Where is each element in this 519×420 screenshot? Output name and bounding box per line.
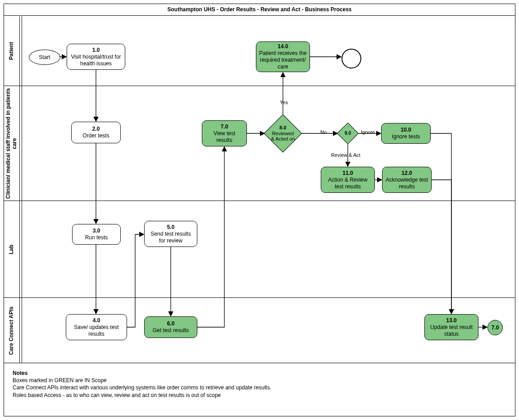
lane-label-text: Care Connect APIs xyxy=(8,306,14,355)
lane-label-clinician: Clinician/ medical staff involved in pat… xyxy=(4,86,19,201)
node-number: 10.0 xyxy=(401,127,411,133)
lane-label-api: Care Connect APIs xyxy=(4,298,19,363)
node-6: 6.0 Get test results xyxy=(144,316,197,338)
edge-label-ignore: Ignore xyxy=(360,129,375,135)
lane-label-text: Clinician/ medical staff involved in pat… xyxy=(5,86,18,201)
node-number: 3.0 xyxy=(93,228,100,234)
node-label: View test results xyxy=(205,130,244,144)
node-label: Reviewed & Acted on xyxy=(270,131,296,142)
node-1: 1.0 Visit hospital/trust for health issu… xyxy=(67,44,125,70)
end-node xyxy=(341,49,361,68)
node-label: Update test result status xyxy=(428,324,475,338)
start-label: Start xyxy=(39,54,50,60)
notes-line: Care Connect APIs interact with various … xyxy=(13,384,505,391)
notes-line: Boxes marked in GREEN are IN Scope xyxy=(13,377,505,384)
node-number: 2.0 xyxy=(92,126,100,132)
swimlane-diagram: Southampton UHS - Order Results - Review… xyxy=(0,0,519,420)
node-number: 4.0 xyxy=(93,317,100,324)
node-number: 7.0 xyxy=(221,123,228,130)
node-number: 8.0 xyxy=(279,125,286,131)
node-11: 11.0 Action & Review test results xyxy=(321,167,375,193)
node-label: Run tests xyxy=(85,234,108,241)
node-7-ref: 7.0 xyxy=(487,320,503,335)
lane-label-text: Patient xyxy=(8,42,14,60)
column-divider xyxy=(22,16,22,363)
node-label: Visit hospital/trust for health issues xyxy=(70,54,122,67)
decision-content: 8.0 Reviewed & Acted on xyxy=(270,120,296,146)
edge-label-review-act: Review & Act xyxy=(331,152,361,158)
node-number: 13.0 xyxy=(446,317,456,324)
node-number: 1.0 xyxy=(92,47,100,54)
lane-divider xyxy=(4,297,515,298)
node-number: 11.0 xyxy=(342,170,353,177)
notes-line: Roles based Access - as to who can view,… xyxy=(13,392,505,399)
node-label: Patient receives the required treatment/… xyxy=(259,50,307,70)
node-number: 5.0 xyxy=(167,224,175,231)
node-5: 5.0 Send test results for review xyxy=(144,221,197,247)
start-node: Start xyxy=(29,50,60,65)
node-label: Save/ updates test results xyxy=(69,324,124,338)
edge-label-yes: Yes xyxy=(279,100,288,105)
lane-label-patient: Patient xyxy=(4,16,19,86)
node-label: Send test results for review xyxy=(147,231,194,244)
lane-divider xyxy=(4,363,515,363)
node-label: Ignore tests xyxy=(392,133,420,140)
node-7: 7.0 View test results xyxy=(202,120,247,146)
node-label: Order tests xyxy=(82,132,109,139)
node-number: 12.0 xyxy=(401,170,412,177)
node-number: 14.0 xyxy=(278,43,288,50)
notes-heading: Notes xyxy=(13,370,505,377)
diagram-title: Southampton UHS - Order Results - Review… xyxy=(4,4,515,16)
node-number: 9.0 xyxy=(345,131,351,136)
node-4: 4.0 Save/ updates test results xyxy=(66,314,127,340)
lane-divider xyxy=(4,201,515,201)
node-3: 3.0 Run tests xyxy=(72,224,121,245)
lane-divider xyxy=(4,86,515,86)
node-14: 14.0 Patient receives the required treat… xyxy=(256,41,310,72)
decision-content: 9.0 xyxy=(341,126,355,141)
lane-label-lab: Lab xyxy=(4,201,19,298)
notes-block: Notes Boxes marked in GREEN are IN Scope… xyxy=(13,370,505,399)
node-number: 6.0 xyxy=(167,320,175,327)
node-12: 12.0 Acknowledge test results xyxy=(382,167,432,193)
lane-label-text: Lab xyxy=(8,245,14,254)
node-13: 13.0 Update test result status xyxy=(424,314,478,340)
node-10: 10.0 Ignore tests xyxy=(381,123,431,144)
node-2: 2.0 Order tests xyxy=(71,122,121,143)
node-label: Get test results xyxy=(153,327,189,334)
ref-label: 7.0 xyxy=(492,324,499,331)
node-label: Acknowledge test results xyxy=(385,177,428,190)
lane-label-column: Patient Clinician/ medical staff involve… xyxy=(4,16,20,363)
node-label: Action & Review test results xyxy=(324,177,372,190)
edge-label-no: No xyxy=(320,129,327,135)
